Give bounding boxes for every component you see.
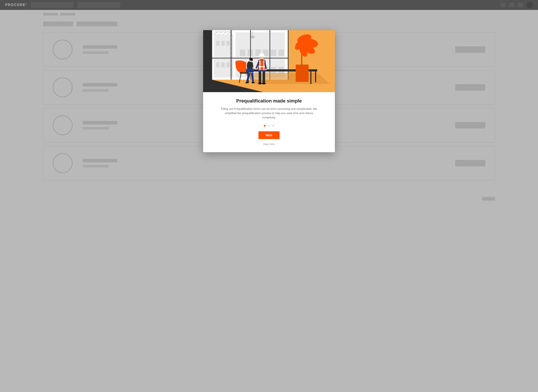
modal-title: Prequalification made simple	[213, 98, 325, 104]
svg-rect-21	[271, 50, 276, 56]
svg-rect-11	[216, 41, 219, 46]
svg-rect-67	[263, 60, 264, 70]
svg-rect-49	[296, 65, 309, 82]
modal-overlay: Prequalification made simple Filling out…	[0, 0, 538, 392]
svg-rect-68	[259, 66, 265, 67]
step-dot[interactable]	[268, 125, 270, 126]
svg-rect-14	[216, 62, 219, 67]
svg-marker-45	[244, 73, 330, 84]
svg-point-69	[255, 68, 257, 70]
svg-rect-72	[259, 56, 265, 57]
step-dot[interactable]	[264, 125, 265, 126]
svg-point-64	[258, 83, 262, 84]
intro-modal: Prequalification made simple Filling out…	[203, 30, 335, 152]
svg-rect-47	[310, 71, 311, 84]
step-indicator	[213, 125, 325, 126]
svg-rect-16	[226, 62, 230, 67]
modal-body: Prequalification made simple Filling out…	[203, 92, 335, 152]
svg-rect-56	[240, 72, 249, 74]
svg-rect-17	[240, 50, 245, 56]
svg-rect-48	[315, 71, 316, 82]
skip-intro-button[interactable]: Skip Intro	[213, 143, 325, 146]
svg-rect-66	[260, 60, 260, 70]
modal-hero-illustration	[203, 30, 335, 92]
svg-rect-13	[226, 41, 230, 46]
svg-rect-22	[278, 50, 284, 56]
svg-point-60	[245, 82, 249, 83]
step-dot[interactable]	[273, 125, 274, 126]
next-button[interactable]: Next	[259, 131, 279, 139]
svg-rect-62	[259, 71, 261, 83]
svg-point-59	[251, 82, 255, 83]
svg-point-70	[265, 68, 267, 70]
svg-rect-63	[263, 71, 265, 83]
modal-description: Filling out Prequalification forms can b…	[218, 107, 320, 120]
svg-rect-15	[221, 62, 225, 67]
svg-point-65	[262, 83, 266, 84]
svg-rect-12	[221, 41, 225, 46]
